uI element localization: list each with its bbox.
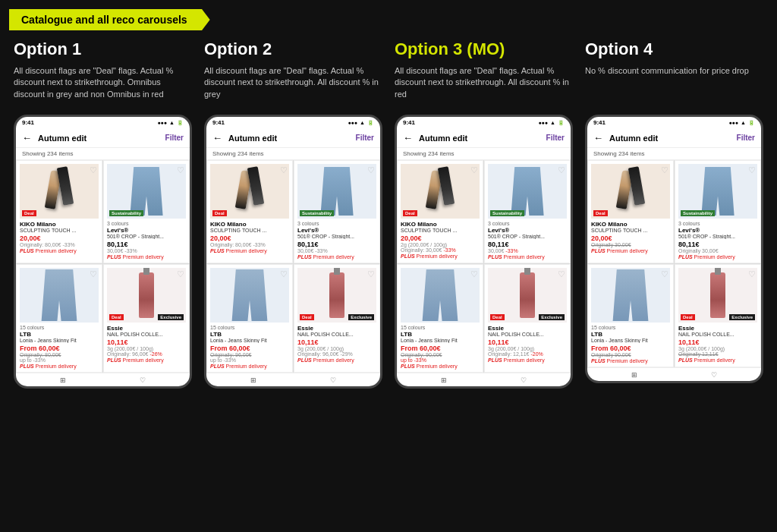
options-container: Option 1 All discount flags are "Deal" f… [0,30,777,398]
header-banner: Catalogue and all reco carousels [9,9,210,30]
header-banner-wrapper: Catalogue and all reco carousels [0,0,777,30]
option-title-2: Option 2 [204,39,382,59]
option-title-1: Option 1 [14,39,192,59]
option-title-3: Option 3 (MO) [395,39,573,59]
option-col-3: Option 3 (MO) All discount flags are "De… [388,39,579,389]
option-desc-3: All discount flags are "Deal" flags. Act… [395,65,573,107]
option-desc-1: All discount flags are "Deal" flags. Act… [14,65,192,107]
option-desc-2: All discount flags are "Deal" flags. Act… [204,65,382,107]
phone-mockup-4: 9:41 ●●● ▲ 🔋 ← Autumn edit Filter Showin… [585,115,763,383]
phone-mockup-3: 9:41 ●●● ▲ 🔋 ← Autumn edit Filter Showin… [395,115,573,389]
phone-mockup-1: 9:41 ●●● ▲ 🔋 ← Autumn edit Filter Showin… [14,115,192,389]
option-title-4: Option 4 [585,39,763,59]
option-col-2: Option 2 All discount flags are "Deal" f… [198,39,388,389]
option-col-1: Option 1 All discount flags are "Deal" f… [8,39,198,389]
option-col-4: Option 4 No % discount communication for… [579,39,769,389]
option-desc-4: No % discount communication for price dr… [585,65,763,107]
phone-mockup-2: 9:41 ●●● ▲ 🔋 ← Autumn edit Filter Showin… [204,115,382,389]
